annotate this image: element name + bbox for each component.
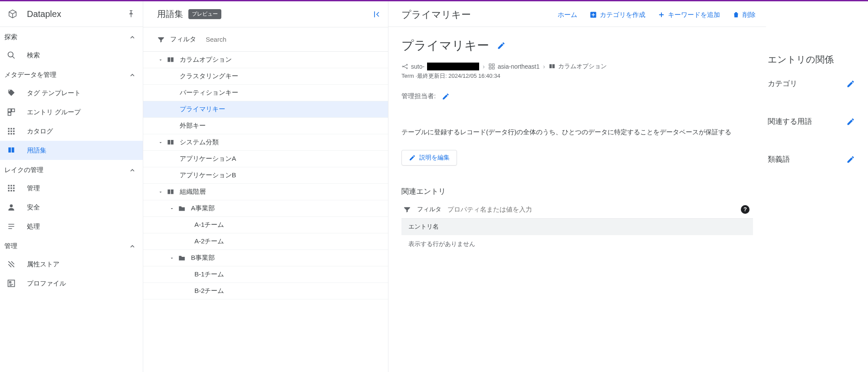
rail-item-label: 関連する用語 — [768, 116, 812, 126]
description-text: テーブルに登録するレコード(データ行)の全体のうち、ひとつのデータに特定すること… — [401, 126, 753, 138]
app-root: Dataplex 探索 検索 メタデータを管理 — [0, 0, 868, 372]
attr-store-icon — [7, 260, 17, 269]
edit-related-terms-icon[interactable] — [846, 117, 855, 126]
chevron-up-icon — [129, 34, 136, 41]
crumb-category[interactable]: カラムオプション — [549, 63, 607, 70]
crumb-project[interactable]: suto- — [401, 63, 479, 70]
svg-rect-12 — [10, 133, 12, 134]
svg-rect-21 — [10, 190, 12, 191]
tree-node-label: カラムオプション — [180, 56, 232, 64]
filter-icon — [157, 36, 165, 43]
nav-item-attribute-store[interactable]: 属性ストア — [0, 255, 143, 274]
nav-item-search[interactable]: 検索 — [0, 46, 143, 65]
meta-line: Term ·最終更新日: 2024/12/05 16:40:34 — [401, 72, 753, 80]
product-name: Dataplex — [27, 9, 127, 19]
tree-term[interactable]: A-2チーム — [143, 233, 388, 250]
tree-category[interactable]: A事業部 — [143, 200, 388, 217]
nav-item-label: 管理 — [27, 184, 40, 193]
tree-node-label: アプリケーションA — [180, 155, 236, 163]
nav-section-admin[interactable]: 管理 — [0, 236, 143, 255]
tree-category[interactable]: カラムオプション — [143, 52, 388, 68]
tree-node-label: B-2チーム — [194, 287, 224, 295]
nav-item-entry-groups[interactable]: エントリ グループ — [0, 103, 143, 122]
nav-item-manage[interactable]: 管理 — [0, 179, 143, 198]
related-entries-title: 関連エントリ — [401, 186, 753, 196]
detail-main: プライマリキー ホーム カテゴリを作成 キーワードを追加 — [388, 1, 766, 372]
expand-arrow-icon[interactable] — [158, 140, 167, 145]
edit-manager-icon[interactable] — [442, 93, 450, 100]
edit-description-button[interactable]: 説明を編集 — [401, 150, 457, 166]
tree-term[interactable]: アプリケーションA — [143, 151, 388, 167]
tree-node-label: A-1チーム — [194, 221, 224, 229]
create-category-button[interactable]: カテゴリを作成 — [589, 11, 645, 19]
tree-term[interactable]: B-2チーム — [143, 283, 388, 299]
nav-section-label: 管理 — [4, 242, 17, 250]
expand-arrow-icon[interactable] — [169, 256, 178, 261]
nav-item-label: 安全 — [27, 203, 40, 212]
svg-rect-19 — [13, 187, 14, 189]
tree-term[interactable]: プライマリキー — [143, 101, 388, 118]
expand-arrow-icon[interactable] — [158, 189, 167, 195]
nav-item-security[interactable]: 安全 — [0, 198, 143, 217]
edit-title-icon[interactable] — [497, 41, 506, 50]
nav-item-catalog[interactable]: カタログ — [0, 122, 143, 141]
tree-category[interactable]: B事業部 — [143, 250, 388, 266]
tree-category[interactable]: システム分類 — [143, 134, 388, 151]
tree-list: カラムオプションクラスタリングキーパーティションキープライマリキー外部キーシステ… — [143, 52, 388, 299]
tree-term[interactable]: B-1チーム — [143, 266, 388, 283]
svg-rect-30 — [489, 64, 491, 66]
edit-synonyms-icon[interactable] — [846, 155, 855, 164]
delete-button[interactable]: 削除 — [732, 11, 756, 19]
nav-item-profile[interactable]: プロファイル — [0, 274, 143, 293]
edit-category-icon[interactable] — [846, 80, 855, 88]
nav-item-label: エントリ グループ — [27, 108, 81, 116]
tree-term[interactable]: パーティションキー — [143, 85, 388, 101]
svg-rect-10 — [13, 130, 14, 132]
nav-section-metadata[interactable]: メタデータを管理 — [0, 65, 143, 83]
book-icon — [167, 139, 176, 146]
home-button[interactable]: ホーム — [558, 11, 577, 19]
tree-node-label: A-2チーム — [194, 237, 224, 246]
tree-term[interactable]: アプリケーションB — [143, 167, 388, 184]
crumb-region[interactable]: asia-northeast1 — [488, 63, 540, 70]
nav-item-label: 属性ストア — [27, 260, 59, 269]
collapse-panel-icon[interactable] — [372, 10, 381, 19]
term-title: プライマリキー — [401, 37, 489, 54]
tree-search-input[interactable] — [206, 36, 379, 43]
entry-group-icon — [7, 108, 17, 116]
tree-node-label: 外部キー — [180, 122, 206, 130]
nav-item-process[interactable]: 処理 — [0, 217, 143, 236]
delete-label: 削除 — [743, 11, 756, 19]
sidebar-header: Dataplex — [0, 1, 143, 27]
svg-rect-6 — [10, 128, 12, 130]
tree-node-label: システム分類 — [180, 138, 219, 146]
dataplex-logo-icon — [6, 7, 19, 20]
svg-rect-33 — [492, 67, 494, 69]
expand-arrow-icon[interactable] — [169, 206, 178, 211]
crumb-category-label: カラムオプション — [558, 63, 607, 70]
svg-rect-15 — [10, 185, 12, 186]
tree-node-label: クラスタリングキー — [180, 72, 238, 80]
nav-section-explore[interactable]: 探索 — [0, 27, 143, 46]
nav-section-lake[interactable]: レイクの管理 — [0, 160, 143, 179]
svg-rect-8 — [8, 130, 10, 132]
tree-category[interactable]: 組織階層 — [143, 184, 388, 200]
tree-header: 用語集 プレビュー — [143, 1, 388, 27]
manage-icon — [7, 184, 17, 193]
nav-item-glossary[interactable]: 用語集 — [0, 141, 143, 160]
nav-section-label: 探索 — [4, 33, 17, 41]
help-icon[interactable]: ? — [741, 205, 750, 214]
tree-node-label: B-1チーム — [194, 270, 224, 279]
add-keyword-button[interactable]: キーワードを追加 — [658, 11, 720, 19]
tree-term[interactable]: クラスタリングキー — [143, 68, 388, 85]
tree-term[interactable]: A-1チーム — [143, 217, 388, 233]
expand-arrow-icon[interactable] — [158, 57, 167, 63]
trash-icon — [732, 11, 740, 19]
rail-item-category: カテゴリ — [766, 76, 868, 91]
pin-icon[interactable] — [127, 10, 135, 18]
entry-filter-input[interactable] — [447, 206, 735, 213]
tree-term[interactable]: 外部キー — [143, 118, 388, 134]
pencil-icon — [409, 154, 416, 161]
entry-table-header-name: エントリ名 — [401, 219, 753, 235]
nav-item-tag-templates[interactable]: タグ テンプレート — [0, 83, 143, 103]
